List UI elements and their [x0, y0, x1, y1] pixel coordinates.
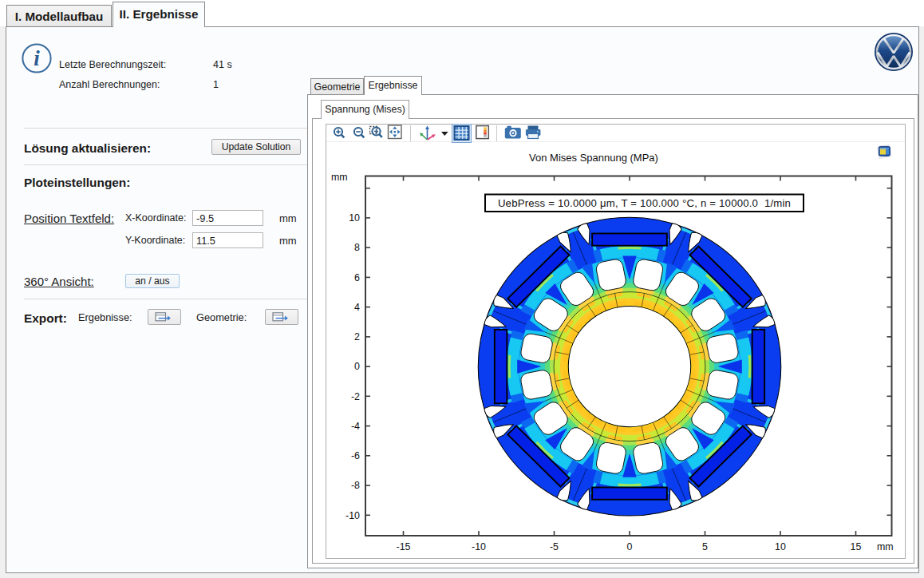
svg-text:15: 15	[850, 540, 861, 552]
svg-text:5: 5	[702, 540, 708, 552]
svg-text:i: i	[34, 46, 40, 70]
svg-text:8: 8	[354, 242, 360, 253]
svg-text:mm: mm	[877, 540, 894, 552]
svg-text:0: 0	[354, 361, 360, 372]
svg-text:-8: -8	[350, 480, 359, 491]
svg-text:10: 10	[775, 540, 786, 552]
svg-text:0: 0	[626, 540, 632, 552]
svg-text:-10: -10	[472, 540, 486, 552]
svg-text:-10: -10	[346, 509, 360, 521]
svg-text:2: 2	[354, 331, 360, 342]
svg-text:UebPress = 10.0000 μm, T = 100: UebPress = 10.0000 μm, T = 100.000 °C, n…	[497, 197, 790, 209]
svg-text:-2: -2	[350, 390, 359, 402]
svg-text:4: 4	[354, 301, 360, 312]
svg-text:-5: -5	[549, 540, 558, 552]
svg-text:-4: -4	[350, 420, 359, 431]
svg-text:-15: -15	[396, 540, 410, 552]
svg-text:10: 10	[349, 212, 360, 224]
svg-text:-6: -6	[350, 450, 359, 461]
svg-text:Von Mises Spannung (MPa): Von Mises Spannung (MPa)	[529, 152, 658, 164]
svg-text:6: 6	[354, 271, 360, 283]
svg-text:mm: mm	[331, 172, 348, 183]
